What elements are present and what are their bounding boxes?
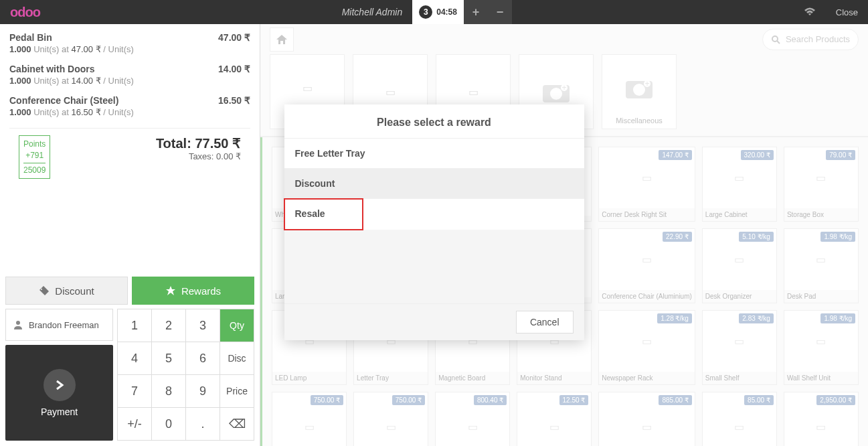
numpad: 1 2 3 Qty 4 5 6 Disc 7 8 9 Price +/- 0 .…	[117, 309, 254, 441]
key-price[interactable]: Price	[220, 375, 254, 407]
reward-option[interactable]: Resale	[284, 199, 363, 230]
item-detail: 1.000 Unit(s) at 14.00 ₹ / Unit(s)	[9, 76, 134, 86]
key-3[interactable]: 3	[186, 309, 220, 342]
discount-button[interactable]: Discount	[5, 277, 128, 305]
item-name: Cabinet with Doors	[9, 64, 134, 74]
key-dot[interactable]: .	[186, 408, 220, 440]
payment-button[interactable]: Payment	[5, 345, 113, 441]
session-time: 04:58	[436, 7, 457, 17]
key-8[interactable]: 8	[152, 375, 185, 407]
key-1[interactable]: 1	[118, 309, 151, 342]
key-2[interactable]: 2	[152, 309, 185, 342]
wifi-icon	[794, 7, 826, 17]
modal-title: Please select a reward	[284, 104, 584, 139]
item-name: Conference Chair (Steel)	[9, 95, 134, 106]
add-session-button[interactable]: +	[464, 0, 488, 24]
key-4[interactable]: 4	[118, 342, 151, 374]
key-backspace[interactable]: ⌫	[220, 408, 254, 440]
order-panel: Pedal Bin 1.000 Unit(s) at 47.00 ₹ / Uni…	[0, 24, 260, 446]
key-0[interactable]: 0	[152, 408, 185, 440]
chevron-right-icon	[44, 369, 76, 401]
item-name: Pedal Bin	[9, 32, 134, 43]
loyalty-points-badge[interactable]: Points +791 25009	[19, 135, 50, 179]
reward-modal: Please select a reward Free Letter Tray …	[284, 104, 584, 340]
key-7[interactable]: 7	[118, 375, 151, 407]
session-number: 3	[419, 5, 432, 19]
order-line[interactable]: Conference Chair (Steel) 1.000 Unit(s) a…	[9, 92, 250, 124]
item-price: 14.00 ₹	[218, 64, 250, 86]
item-detail: 1.000 Unit(s) at 16.50 ₹ / Unit(s)	[9, 107, 134, 117]
reward-option[interactable]: Discount	[284, 169, 584, 199]
remove-session-button[interactable]: −	[488, 0, 512, 24]
key-disc[interactable]: Disc	[220, 342, 254, 374]
top-bar: odoo Mitchell Admin 3 04:58 + − Close	[0, 0, 868, 24]
cancel-button[interactable]: Cancel	[516, 311, 574, 333]
order-line[interactable]: Pedal Bin 1.000 Unit(s) at 47.00 ₹ / Uni…	[9, 29, 250, 61]
logo: odoo	[0, 5, 50, 20]
close-button[interactable]: Close	[826, 7, 868, 17]
customer-button[interactable]: Brandon Freeman	[5, 309, 113, 341]
key-qty[interactable]: Qty	[220, 309, 254, 342]
order-line[interactable]: Cabinet with Doors 1.000 Unit(s) at 14.0…	[9, 61, 250, 92]
item-price: 16.50 ₹	[218, 95, 250, 117]
reward-option[interactable]: Free Letter Tray	[284, 139, 584, 169]
key-9[interactable]: 9	[186, 375, 220, 407]
admin-name[interactable]: Mitchell Admin	[332, 7, 413, 17]
order-taxes: Taxes: 0.00 ₹	[156, 151, 241, 161]
order-list: Pedal Bin 1.000 Unit(s) at 47.00 ₹ / Uni…	[0, 24, 260, 277]
svg-point-0	[16, 321, 20, 325]
session-tab[interactable]: 3 04:58	[412, 0, 464, 24]
order-total: Total: 77.50 ₹	[156, 135, 241, 151]
item-price: 47.00 ₹	[218, 32, 250, 54]
item-detail: 1.000 Unit(s) at 47.00 ₹ / Unit(s)	[9, 44, 134, 54]
key-5[interactable]: 5	[152, 342, 185, 374]
key-6[interactable]: 6	[186, 342, 220, 374]
rewards-button[interactable]: Rewards	[132, 277, 254, 305]
total-row: Points +791 25009 Total: 77.50 ₹ Taxes: …	[9, 128, 250, 179]
key-plus-minus[interactable]: +/-	[118, 408, 151, 440]
